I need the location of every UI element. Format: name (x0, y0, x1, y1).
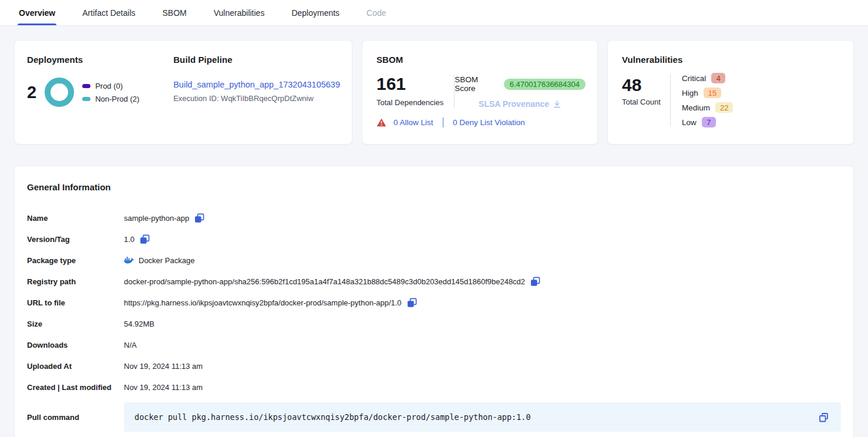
tab-deployments[interactable]: Deployments (291, 0, 339, 25)
tab-vulnerabilities[interactable]: Vulnerabilities (214, 0, 265, 25)
build-pipeline-title: Build Pipeline (173, 55, 340, 65)
warning-icon (376, 118, 386, 127)
vulnerabilities-total-label: Total Count (622, 98, 670, 106)
copy-pull-command-button[interactable] (818, 412, 829, 423)
package-type-value: Docker Package (139, 256, 194, 265)
severity-row-low: Low 7 (682, 117, 733, 127)
low-label: Low (682, 118, 697, 127)
vulnerabilities-total-count: 48 (622, 75, 670, 95)
copy-registry-path-button[interactable] (530, 277, 540, 287)
severity-row-high: High 15 (682, 88, 733, 98)
pipeline-link[interactable]: Build_sample_python_app_1732043105639 (173, 80, 340, 89)
severity-list: Critical 4 High 15 Medium 22 Low 7 (682, 73, 733, 127)
tab-sbom[interactable]: SBOM (163, 0, 187, 25)
row-created-modified: Created | Last modified Nov 19, 2024 11:… (27, 377, 841, 398)
row-version-tag: Version/Tag 1.0 (27, 228, 841, 250)
medium-count-badge: 22 (715, 102, 733, 113)
tab-bar: Overview Artifact Details SBOM Vulnerabi… (0, 0, 868, 26)
page-content: Deployments 2 Prod (0) Non-Prod (2) (0, 26, 868, 437)
legend-item-prod: Prod (0) (82, 82, 139, 90)
sbom-total-count: 161 (376, 74, 443, 95)
downloads-value: N/A (124, 341, 137, 349)
copy-name-button[interactable] (194, 213, 204, 223)
pull-command-box: docker pull pkg.harness.io/ikpsjoavtcwxn… (124, 402, 841, 432)
registry-path-value: docker-prod/sample-python-app/sha256:596… (124, 277, 525, 286)
deployments-total-count: 2 (27, 83, 36, 102)
vulnerabilities-body: 48 Total Count Critical 4 High 15 Medium (622, 73, 842, 127)
copy-version-button[interactable] (140, 234, 150, 244)
row-uploaded-at: Uploaded At Nov 19, 2024 11:13 am (27, 355, 841, 377)
row-pull-command: Pull command docker pull pkg.harness.io/… (27, 402, 841, 432)
sbom-score-badge: 6.470017636684304 (504, 79, 586, 90)
uploaded-at-value: Nov 19, 2024 11:13 am (124, 362, 203, 371)
general-information-card: General Information Name sample-python-a… (14, 166, 854, 437)
deployments-body: 2 Prod (0) Non-Prod (2) (27, 78, 173, 107)
deployments-legend: Prod (0) Non-Prod (2) (82, 82, 139, 103)
slsa-provenance-label: SLSA Provenance (479, 99, 549, 109)
vulnerabilities-total-block: 48 Total Count (622, 73, 670, 127)
critical-label: Critical (682, 74, 706, 83)
link-separator (443, 117, 444, 127)
sbom-total-block: 161 Total Dependencies (376, 74, 443, 109)
url-to-file-value: https://pkg.harness.io/ikpsjoavtcwxnqisy… (124, 298, 402, 307)
severity-row-critical: Critical 4 (682, 73, 733, 83)
vulnerabilities-divider (670, 74, 671, 126)
nonprod-swatch (82, 97, 90, 101)
critical-count-badge: 4 (711, 73, 725, 83)
prod-swatch (82, 84, 90, 88)
high-label: High (682, 89, 698, 98)
active-tab-underline (18, 23, 56, 25)
deny-list-link[interactable]: 0 Deny List Violation (453, 118, 525, 127)
row-downloads: Downloads N/A (27, 334, 841, 355)
row-registry-path: Registry path docker-prod/sample-python-… (27, 271, 841, 292)
sbom-score-block: SBOM Score 6.470017636684304 SLSA Proven… (455, 74, 586, 109)
deployments-section: Deployments 2 Prod (0) Non-Prod (2) (27, 55, 173, 132)
version-tag-value: 1.0 (124, 235, 134, 244)
deployments-title: Deployments (27, 55, 173, 65)
deployments-card: Deployments 2 Prod (0) Non-Prod (2) (14, 40, 352, 144)
row-package-type: Package type Docker Package (27, 250, 841, 271)
severity-row-medium: Medium 22 (682, 102, 733, 113)
execution-id: Execution ID: WqkTiIbBRqecQrpDtZwniw (173, 94, 340, 103)
row-name: Name sample-python-app (27, 207, 841, 228)
tab-code: Code (366, 0, 386, 25)
allow-list-link[interactable]: 0 Allow List (393, 118, 433, 127)
prod-label: Prod (0) (95, 82, 123, 90)
sbom-total-label: Total Dependencies (376, 98, 443, 107)
medium-label: Medium (682, 103, 710, 112)
nonprod-label: Non-Prod (2) (95, 95, 139, 103)
legend-item-nonprod: Non-Prod (2) (82, 95, 139, 103)
copy-url-button[interactable] (407, 298, 417, 308)
build-pipeline-section: Build Pipeline Build_sample_python_app_1… (173, 55, 340, 132)
slsa-provenance-link[interactable]: SLSA Provenance (479, 99, 561, 109)
vulnerabilities-title: Vulnerabilities (622, 55, 842, 65)
high-count-badge: 15 (704, 88, 721, 98)
row-url-to-file: URL to file https://pkg.harness.io/ikpsj… (27, 292, 841, 313)
tab-overview[interactable]: Overview (19, 0, 55, 25)
docker-icon (124, 256, 134, 264)
sbom-card: SBOM 161 Total Dependencies SBOM Score 6… (362, 40, 598, 144)
general-information-title: General Information (27, 182, 841, 192)
created-modified-value: Nov 19, 2024 11:13 am (124, 383, 203, 392)
tab-overview-label: Overview (19, 8, 55, 18)
size-value: 54.92MB (124, 320, 154, 328)
tab-artifact-details[interactable]: Artifact Details (82, 0, 135, 25)
pull-command-text: docker pull pkg.harness.io/ikpsjoavtcwxn… (134, 412, 818, 422)
row-size: Size 54.92MB (27, 313, 841, 334)
deployments-donut-chart (45, 78, 74, 107)
sbom-score-label: SBOM Score (455, 75, 499, 93)
summary-cards-row: Deployments 2 Prod (0) Non-Prod (2) (14, 40, 854, 144)
artifact-name-value: sample-python-app (124, 214, 189, 223)
sbom-title: SBOM (376, 55, 586, 65)
sbom-policy-links: 0 Allow List 0 Deny List Violation (376, 117, 586, 127)
low-count-badge: 7 (702, 117, 716, 127)
vulnerabilities-card: Vulnerabilities 48 Total Count Critical … (607, 40, 854, 144)
download-icon (553, 100, 561, 109)
sbom-body: 161 Total Dependencies SBOM Score 6.4700… (376, 74, 586, 109)
sbom-score-row: SBOM Score 6.470017636684304 (455, 75, 586, 93)
